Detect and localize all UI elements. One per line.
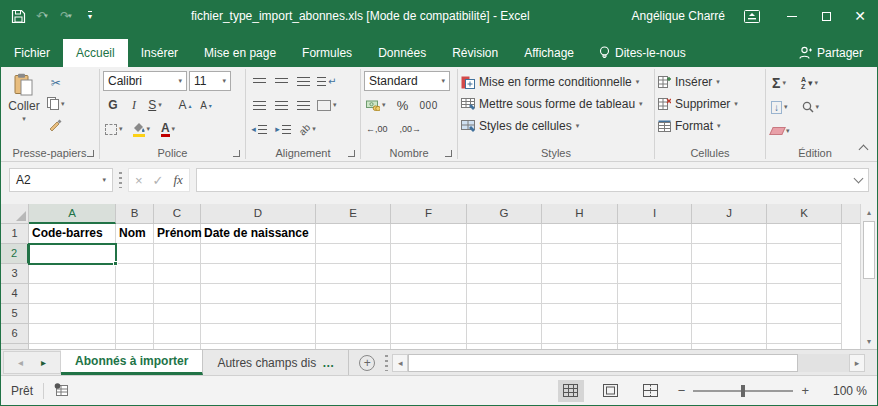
view-normal-icon[interactable] bbox=[558, 380, 584, 402]
cell[interactable] bbox=[391, 304, 467, 324]
align-middle-icon[interactable] bbox=[271, 71, 291, 92]
cell-c1[interactable]: Prénom bbox=[154, 224, 201, 244]
fill-button[interactable]: ↓▾ bbox=[769, 97, 790, 118]
row-header-5[interactable]: 5 bbox=[1, 304, 29, 324]
font-name-combo[interactable]: Calibri▾ bbox=[103, 71, 187, 91]
view-page-break-icon[interactable] bbox=[638, 380, 664, 402]
cell[interactable] bbox=[542, 324, 618, 344]
cell[interactable] bbox=[316, 264, 391, 284]
font-size-combo[interactable]: 11▾ bbox=[189, 71, 231, 91]
align-top-icon[interactable] bbox=[249, 71, 269, 92]
dialog-launcher-icon[interactable] bbox=[445, 150, 452, 157]
tab-revision[interactable]: Révision bbox=[439, 39, 511, 67]
cell-b1[interactable]: Nom bbox=[116, 224, 154, 244]
cell[interactable] bbox=[116, 304, 154, 324]
prev-sheet-icon[interactable]: ◂ bbox=[18, 357, 23, 368]
wrap-text-icon[interactable]: ↵ bbox=[315, 71, 338, 92]
column-header-j[interactable]: J bbox=[692, 204, 767, 224]
accounting-format-icon[interactable]: ▾ bbox=[364, 95, 388, 116]
paste-button[interactable]: Coller ▾ bbox=[3, 69, 45, 123]
tab-inserer[interactable]: Insérer bbox=[128, 39, 191, 67]
cell[interactable] bbox=[767, 224, 842, 244]
row-header-2[interactable]: 2 bbox=[1, 244, 29, 264]
scroll-down-icon[interactable]: ▾ bbox=[861, 333, 877, 349]
autosum-button[interactable]: Σ▾ bbox=[769, 73, 789, 94]
cell[interactable] bbox=[692, 244, 767, 264]
undo-icon[interactable]: ↶▾ bbox=[33, 5, 51, 27]
tab-formules[interactable]: Formules bbox=[289, 39, 365, 67]
cell[interactable] bbox=[154, 264, 201, 284]
column-header-h[interactable]: H bbox=[542, 204, 618, 224]
cell[interactable] bbox=[316, 304, 391, 324]
cell[interactable] bbox=[29, 284, 116, 304]
delete-cells-button[interactable]: Supprimer▾ bbox=[658, 93, 738, 115]
cell[interactable] bbox=[116, 264, 154, 284]
column-header-g[interactable]: G bbox=[467, 204, 542, 224]
cell[interactable] bbox=[618, 264, 692, 284]
cell[interactable] bbox=[467, 304, 542, 324]
zoom-slider[interactable] bbox=[693, 390, 793, 392]
cell[interactable] bbox=[767, 304, 842, 324]
cell[interactable] bbox=[316, 244, 391, 264]
customize-qat-icon[interactable]: ▾ bbox=[81, 5, 99, 27]
maximize-button[interactable] bbox=[809, 1, 843, 31]
cut-button[interactable]: ✂ bbox=[45, 72, 67, 93]
cell[interactable] bbox=[467, 224, 542, 244]
user-name[interactable]: Angélique Charré bbox=[632, 9, 725, 23]
column-header-a[interactable]: A bbox=[29, 204, 116, 224]
row-header-4[interactable]: 4 bbox=[1, 284, 29, 304]
conditional-formatting-button[interactable]: Mise en forme conditionnelle▾ bbox=[461, 71, 643, 93]
sheet-tab-autres-champs[interactable]: Autres champs dis… bbox=[203, 350, 349, 375]
row-header-7[interactable]: 7 bbox=[1, 344, 29, 349]
cell[interactable] bbox=[692, 224, 767, 244]
cell[interactable] bbox=[116, 244, 154, 264]
column-header-b[interactable]: B bbox=[116, 204, 154, 224]
cell[interactable] bbox=[316, 324, 391, 344]
cell[interactable] bbox=[618, 344, 692, 349]
tab-mise-en-page[interactable]: Mise en page bbox=[191, 39, 289, 67]
ribbon-display-options-icon[interactable] bbox=[743, 5, 761, 27]
grow-font-button[interactable]: A▴ bbox=[175, 95, 195, 116]
borders-button[interactable]: ▾ bbox=[103, 119, 125, 140]
cell[interactable] bbox=[692, 284, 767, 304]
save-icon[interactable] bbox=[9, 5, 27, 27]
copy-button[interactable]: ▾ bbox=[45, 93, 67, 114]
cell[interactable] bbox=[542, 244, 618, 264]
increase-decimal-icon[interactable]: ←,00 bbox=[364, 119, 390, 140]
cell[interactable] bbox=[467, 264, 542, 284]
redo-icon[interactable]: ↷▾ bbox=[57, 5, 75, 27]
row-header-3[interactable]: 3 bbox=[1, 264, 29, 284]
cell[interactable] bbox=[618, 284, 692, 304]
font-color-button[interactable]: A▾ bbox=[158, 119, 178, 140]
bold-button[interactable]: G bbox=[103, 95, 123, 116]
horizontal-scrollbar[interactable]: ◂ ▸ bbox=[392, 353, 865, 372]
cell[interactable] bbox=[391, 324, 467, 344]
name-box[interactable]: A2▾ bbox=[9, 168, 113, 192]
column-header-c[interactable]: C bbox=[154, 204, 201, 224]
cell-d1[interactable]: Date de naissance bbox=[201, 224, 316, 244]
cell[interactable] bbox=[767, 324, 842, 344]
align-left-icon[interactable] bbox=[249, 95, 269, 116]
column-header-f[interactable]: F bbox=[391, 204, 467, 224]
tab-donnees[interactable]: Données bbox=[365, 39, 439, 67]
zoom-slider-thumb[interactable] bbox=[741, 385, 745, 397]
cell[interactable] bbox=[201, 284, 316, 304]
cell[interactable] bbox=[618, 224, 692, 244]
close-button[interactable]: ✕ bbox=[843, 1, 877, 31]
find-select-button[interactable]: ▾ bbox=[800, 97, 822, 118]
tab-splitter[interactable] bbox=[385, 355, 388, 371]
cell[interactable] bbox=[154, 284, 201, 304]
insert-function-icon[interactable]: fx bbox=[174, 172, 183, 188]
number-format-combo[interactable]: Standard▾ bbox=[364, 71, 450, 91]
name-box-splitter[interactable] bbox=[119, 172, 122, 188]
cell[interactable] bbox=[391, 284, 467, 304]
format-painter-button[interactable] bbox=[45, 114, 67, 135]
cell[interactable] bbox=[767, 284, 842, 304]
cell[interactable] bbox=[29, 324, 116, 344]
cell[interactable] bbox=[201, 324, 316, 344]
cell[interactable] bbox=[542, 344, 618, 349]
cell[interactable] bbox=[467, 244, 542, 264]
cell[interactable] bbox=[116, 344, 154, 349]
sort-filter-button[interactable]: AZ▾▾ bbox=[799, 73, 820, 94]
clear-button[interactable]: ▾ bbox=[769, 121, 792, 142]
